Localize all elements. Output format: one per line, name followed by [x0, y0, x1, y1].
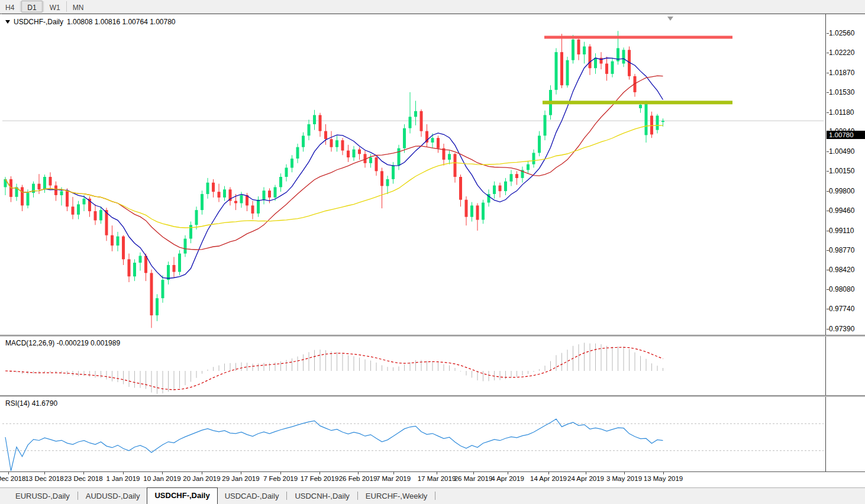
price-axis-label: 1.01530 — [829, 89, 864, 96]
timeframe-w1-button[interactable]: W1 — [44, 0, 66, 13]
price-axis-label: 0.99800 — [829, 188, 864, 195]
time-axis-tick — [83, 472, 84, 474]
tab-separator — [357, 492, 358, 500]
price-axis-label: 0.99460 — [829, 207, 864, 215]
time-axis-label: 13 May 2019 — [634, 475, 693, 482]
tab-separator — [286, 492, 287, 500]
time-axis-tick — [280, 472, 281, 474]
price-axis-label: 0.98420 — [829, 266, 864, 274]
timeframe-h4-button[interactable]: H4 — [0, 0, 20, 13]
main-chart-canvas[interactable] — [2, 14, 826, 335]
macd-pane[interactable]: MACD(12,26,9) -0.000219 0.001989 0.00597… — [0, 337, 865, 395]
time-axis-tick — [358, 472, 359, 474]
tab-separator — [78, 492, 78, 500]
time-axis-tick — [162, 472, 163, 474]
tab-usdcad[interactable]: USDCAD-,Daily — [218, 489, 286, 504]
tab-usdcnh[interactable]: USDCNH-,Daily — [288, 489, 356, 504]
time-axis-tick — [473, 472, 474, 474]
time-axis-tick — [8, 472, 9, 474]
tab-eurchf[interactable]: EURCHF-,Weekly — [359, 489, 435, 504]
time-axis-tick — [44, 472, 45, 474]
price-axis-label: 1.01180 — [829, 109, 864, 117]
timeframe-d1-button[interactable]: D1 — [21, 1, 42, 12]
price-axis-label: 1.01870 — [829, 69, 864, 77]
timeframe-toolbar: H4 D1 W1 MN — [0, 0, 865, 14]
time-axis-tick — [624, 472, 625, 474]
price-axis-label: 0.98080 — [829, 286, 864, 293]
time-axis-tick — [663, 472, 664, 474]
macd-canvas[interactable] — [2, 337, 826, 395]
tab-usdchf[interactable]: USDCHF-,Daily — [147, 487, 217, 504]
current-price-badge: 1.00780 — [827, 131, 865, 139]
chart-ohlc-values: 1.00808 1.00816 1.00764 1.00780 — [67, 18, 176, 26]
time-axis-tick — [241, 472, 241, 474]
macd-label: MACD(12,26,9) -0.000219 0.001989 — [5, 339, 120, 347]
chart-window: USDCHF-,Daily 1.00808 1.00816 1.00764 1.… — [0, 14, 865, 487]
rsi-pane[interactable]: RSI(14) 41.6790 10070300 — [0, 397, 865, 471]
rsi-label: RSI(14) 41.6790 — [5, 399, 57, 408]
price-axis-label: 0.97390 — [829, 325, 864, 333]
time-axis-tick — [123, 472, 124, 474]
rsi-canvas[interactable] — [2, 397, 826, 471]
toolbar-separator — [66, 1, 67, 12]
time-axis-tick — [393, 472, 394, 474]
price-axis-label: 1.00150 — [829, 167, 864, 175]
time-axis-tick — [508, 472, 508, 474]
time-axis-tick — [548, 472, 549, 474]
time-axis[interactable]: 4 Dec 201813 Dec 201823 Dec 20181 Jan 20… — [0, 471, 865, 487]
price-axis-label: 0.98770 — [829, 247, 864, 254]
chart-symbol-label: USDCHF-,Daily — [14, 18, 63, 26]
toolbar-separator — [20, 1, 21, 12]
symbol-dropdown-icon[interactable] — [5, 20, 10, 24]
tab-audusd[interactable]: AUDUSD-,Daily — [79, 489, 147, 504]
chart-tab-bar: EURUSD-,Daily AUDUSD-,Daily USDCHF-,Dail… — [0, 487, 865, 504]
time-axis-tick — [202, 472, 202, 474]
price-axis-label: 1.00490 — [829, 148, 864, 156]
time-axis-tick — [319, 472, 320, 474]
price-axis-label: 1.02220 — [829, 49, 864, 57]
chart-shift-marker[interactable] — [667, 17, 673, 21]
tab-eurusd[interactable]: EURUSD-,Daily — [8, 489, 77, 504]
price-axis-label: 0.99110 — [829, 227, 864, 235]
toolbar-separator — [43, 1, 44, 12]
timeframe-mn-button[interactable]: MN — [67, 0, 89, 13]
tab-separator — [435, 492, 435, 500]
price-axis-label: 1.02560 — [829, 30, 864, 37]
price-axis-label: 0.97740 — [829, 305, 864, 313]
main-chart-pane[interactable]: USDCHF-,Daily 1.00808 1.00816 1.00764 1.… — [0, 14, 865, 335]
time-axis-tick — [586, 472, 586, 474]
chart-title: USDCHF-,Daily 1.00808 1.00816 1.00764 1.… — [5, 18, 176, 26]
time-axis-tick — [437, 472, 437, 474]
